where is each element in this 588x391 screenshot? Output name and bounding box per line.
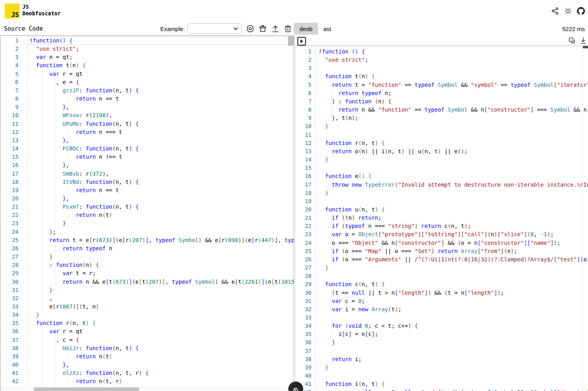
code-text [315,372,319,380]
code-line: 3 var n = qt; [0,53,294,61]
line-number: 7 [0,86,27,95]
code-line: 16 function e() { [296,172,588,180]
run-button[interactable] [297,37,306,46]
output-scrollbar-track[interactable] [583,46,583,391]
line-number: 16 [0,161,27,169]
code-line: 30 (t == null || t > n["length"]) && (t … [296,289,588,297]
code-line: 25 if (o === "Map" || o === "Set") retur… [296,247,588,255]
code-text: if (o === "Map" || o === "Set") return A… [315,247,517,255]
code-text: for (void 0; c < t; c++) { [315,322,418,330]
code-text: var c = 0; [315,297,365,305]
code-text: function t(n) { [27,61,86,70]
source-code-editor[interactable]: 1!function() {2 "use strict";3 var n = q… [0,35,294,391]
code-text: : function(n) { [27,261,99,269]
download-icon[interactable] [579,37,587,44]
code-text: if (typeof n === "string") return c(n, t… [315,222,471,230]
line-number: 1 [0,37,27,45]
output-scrollbar-thumb[interactable] [583,46,588,48]
copy-icon[interactable] [568,37,576,44]
code-line: 6 , e = { [0,78,294,86]
code-line: 8 return n == t [0,95,294,103]
code-text: } [27,286,53,294]
line-number: 23 [296,230,315,239]
code-line: 7 grzJF: function(n, t) { [0,86,294,95]
code-text: return typeof n [27,244,112,253]
source-vertical-scrollbar[interactable] [288,36,294,46]
code-text: return t = "function" == typeof Symbol &… [315,81,588,89]
line-number: 3 [0,53,27,61]
code-text: return n && "function" == typeof Symbol … [315,106,588,114]
code-line: 22 return n(t) [0,211,294,219]
code-line: 35 i[c] = n[c]; [296,330,588,338]
line-number: 21 [296,214,315,222]
trash-icon[interactable] [284,24,292,33]
code-line: 42 return n(t, r) [0,377,294,385]
code-text: "use strict"; [315,56,368,64]
code-line: 7 } : function (n) { [296,97,588,106]
upload-icon[interactable] [271,24,280,33]
code-line: 21 Psxmf: function(n, t) { [0,203,294,211]
code-line: 41 olzXz: function(n, t, r) { [0,369,294,377]
timing-badge: 5222 ms [562,26,585,32]
code-line: 2 "use strict"; [0,45,294,53]
code-text: } [315,338,335,347]
settings-gear-icon[interactable] [246,24,255,33]
tab-deob[interactable]: deob [294,23,318,35]
code-line: 23 var o = Object["prototype"]["toString… [296,230,588,239]
line-number: 14 [296,156,315,164]
code-text: function u(n, t) { [315,206,385,214]
code-text: FCBOC: function(n, t) { [27,145,139,153]
code-line: 9 }, [0,103,294,111]
line-number: 25 [296,247,315,255]
paste-icon[interactable] [258,24,267,33]
line-number: 9 [296,114,315,122]
code-text: return t = e[r(673)](e[r(207)], typeof S… [27,236,294,244]
code-text: HAiJr: function(n, t) { [27,344,139,352]
source-horizontal-scrollbar[interactable] [0,387,294,391]
code-text: return n(t) [27,352,112,361]
code-line: 13 }, [0,136,294,145]
line-number: 22 [296,222,315,230]
line-number: 39 [0,352,27,361]
code-text: return n == t [27,95,119,103]
source-horizontal-scrollbar-thumb[interactable] [33,387,139,391]
code-text: return n(t, r) [27,377,122,385]
line-number: 33 [0,303,27,311]
code-text: WFxxw: r(2108), [27,111,112,119]
code-text: var r = qt [27,70,82,78]
example-select[interactable] [187,23,242,34]
code-line: 1!function () { [296,48,588,56]
line-number: 38 [296,355,315,363]
tab-ast[interactable]: ast [318,23,336,35]
line-number: 18 [296,189,315,197]
code-line: 15 [296,164,588,172]
code-line: 36 var r = qt [0,327,294,336]
code-line: 10 } [296,122,588,130]
line-number: 13 [0,136,27,145]
code-line: 11 [296,131,588,139]
code-text: (t == null || t > n["length"]) && (t = n… [315,289,504,297]
theme-sun-icon[interactable] [564,7,572,15]
code-text: function e() { [315,172,372,180]
code-text: } [27,311,39,319]
code-line: 21 if (!n) return; [296,214,588,222]
code-line: 22 if (typeof n === "string") return c(n… [296,222,588,230]
share-icon[interactable] [551,7,559,15]
code-text: } [315,122,328,130]
code-line: 42 var u = null == n ? null : "undefined… [296,388,588,391]
code-text: return n === t [27,128,122,136]
line-number: 30 [296,289,315,297]
github-icon[interactable] [577,7,585,15]
code-line: 38 return i; [296,355,588,363]
line-number: 4 [0,61,27,70]
code-line: 17 throw new TypeError("Invalid attempt … [296,181,588,189]
line-number: 24 [296,239,315,247]
line-number: 36 [0,327,27,336]
output-code-editor[interactable]: 1!function () {2 "use strict";34 functio… [295,46,588,391]
code-text: }, [27,195,69,203]
code-line: 31 } [0,286,294,294]
line-number: 18 [0,178,27,186]
code-text: grzJF: function(n, t) { [27,86,139,95]
line-number: 8 [0,95,27,103]
code-line: 35 function r(n, t) { [0,319,294,327]
